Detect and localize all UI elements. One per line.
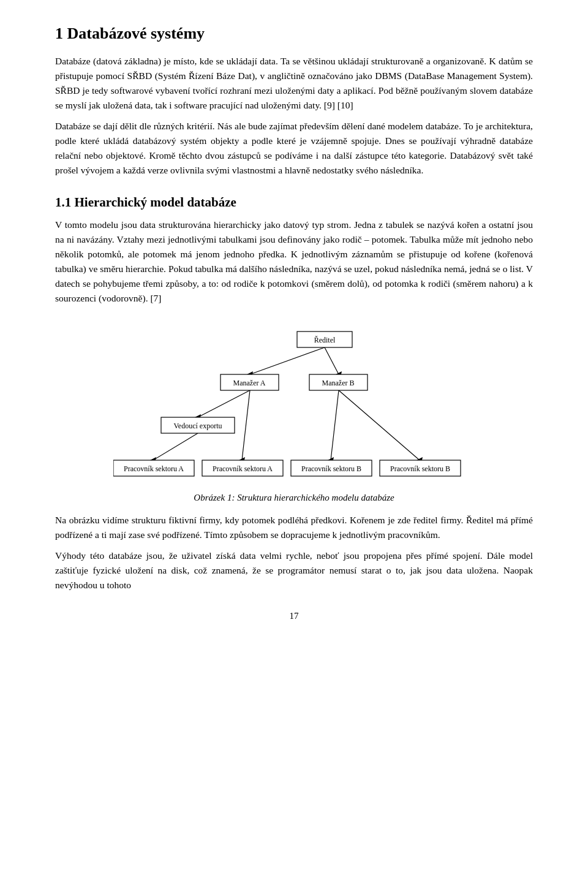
svg-line-6 [153, 433, 198, 460]
svg-text:Pracovník sektoru B: Pracovník sektoru B [390, 464, 450, 473]
svg-text:Vedoucí exportu: Vedoucí exportu [174, 422, 222, 430]
paragraph-3: V tomto modelu jsou data strukturována h… [55, 218, 533, 306]
paragraph-2: Databáze se dají dělit dle různých krité… [55, 119, 533, 178]
svg-line-5 [339, 390, 420, 460]
figure-caption: Obrázek 1: Struktura hierarchického mode… [194, 493, 394, 503]
svg-text:Pracovník sektoru A: Pracovník sektoru A [124, 464, 184, 473]
svg-line-0 [250, 347, 325, 374]
paragraph-5: Výhody této databáze jsou, že uživatel z… [55, 548, 533, 593]
paragraph-4: Na obrázku vidíme strukturu fiktivní fir… [55, 513, 533, 542]
svg-text:Pracovník sektoru B: Pracovník sektoru B [301, 464, 361, 473]
section-heading: 1.1 Hierarchický model databáze [55, 195, 533, 210]
svg-line-4 [331, 390, 339, 460]
svg-line-1 [325, 347, 339, 374]
main-heading: 1 Databázové systémy [55, 25, 533, 43]
svg-text:Pracovník sektoru A: Pracovník sektoru A [213, 464, 273, 473]
svg-line-2 [198, 390, 250, 417]
page-content: 1 Databázové systémy Databáze (datová zá… [55, 25, 533, 634]
svg-text:Manažer B: Manažer B [322, 379, 355, 387]
svg-text:Manažer A: Manažer A [233, 379, 266, 387]
hierarchy-diagram: Ředitel Manažer A Manažer B Vedoucí expo… [113, 319, 475, 488]
svg-text:Ředitel: Ředitel [314, 336, 336, 344]
paragraph-1: Databáze (datová základna) je místo, kde… [55, 54, 533, 113]
page-number: 17 [55, 611, 533, 621]
svg-line-3 [242, 390, 250, 460]
figure-1: Ředitel Manažer A Manažer B Vedoucí expo… [55, 319, 533, 503]
